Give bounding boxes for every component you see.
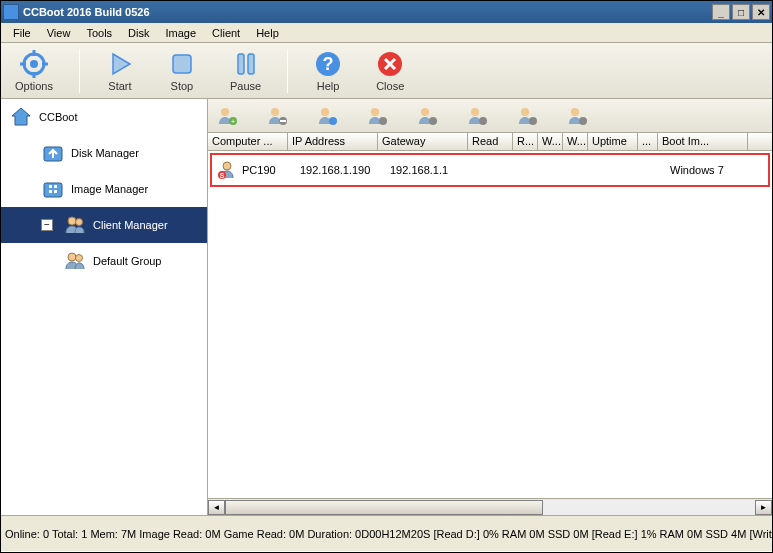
col-dots[interactable]: ... (638, 133, 658, 150)
tree-client-label: Client Manager (93, 219, 168, 231)
tree-default-group[interactable]: Default Group (1, 243, 207, 279)
cell-read (476, 168, 521, 172)
close-window-button[interactable]: ✕ (752, 4, 770, 20)
svg-rect-8 (238, 54, 244, 74)
svg-marker-15 (12, 108, 30, 125)
svg-text:S: S (220, 172, 225, 179)
menu-image[interactable]: Image (157, 25, 204, 41)
svg-point-35 (379, 117, 387, 125)
col-w[interactable]: W... (538, 133, 563, 150)
menu-file[interactable]: File (5, 25, 39, 41)
close-button[interactable]: Close (368, 48, 412, 94)
client-tool-1-icon[interactable]: + (214, 103, 240, 129)
scroll-right-button[interactable]: ► (755, 500, 772, 515)
start-button[interactable]: Start (98, 48, 142, 94)
start-label: Start (108, 80, 131, 92)
svg-rect-19 (54, 185, 57, 188)
help-icon: ? (314, 50, 342, 78)
options-button[interactable]: Options (7, 48, 61, 94)
svg-rect-21 (54, 190, 57, 193)
home-icon (9, 105, 33, 129)
svg-point-36 (421, 108, 429, 116)
col-read[interactable]: Read (468, 133, 513, 150)
client-tool-5-icon[interactable] (414, 103, 440, 129)
window-title: CCBoot 2016 Build 0526 (23, 6, 712, 18)
client-tool-8-icon[interactable] (564, 103, 590, 129)
svg-text:?: ? (323, 54, 334, 74)
svg-point-39 (479, 117, 487, 125)
main-toolbar: Options Start Stop Pause ? (1, 43, 772, 99)
client-tool-4-icon[interactable] (364, 103, 390, 129)
close-icon (376, 50, 404, 78)
status-bar: Online: 0 Total: 1 Mem: 7M Image Read: 0… (1, 515, 772, 551)
client-tool-6-icon[interactable] (464, 103, 490, 129)
svg-point-44 (223, 162, 231, 170)
nav-panel: CCBoot Disk Manager Image Manager − Clie… (1, 99, 208, 515)
scroll-track[interactable] (225, 500, 755, 515)
pause-icon (232, 50, 260, 78)
pause-button[interactable]: Pause (222, 48, 269, 94)
body-split: CCBoot Disk Manager Image Manager − Clie… (1, 99, 772, 515)
table-row[interactable]: S PC190 192.168.1.190 192.168.1.1 Window… (210, 153, 770, 187)
tree-disk-label: Disk Manager (71, 147, 139, 159)
col-ip[interactable]: IP Address (288, 133, 378, 150)
close-label: Close (376, 80, 404, 92)
minimize-button[interactable]: _ (712, 4, 730, 20)
users-icon (63, 213, 87, 237)
menu-disk[interactable]: Disk (120, 25, 157, 41)
col-computer[interactable]: Computer ... (208, 133, 288, 150)
grid-body: S PC190 192.168.1.190 192.168.1.1 Window… (208, 151, 772, 498)
stop-icon (168, 50, 196, 78)
col-gateway[interactable]: Gateway (378, 133, 468, 150)
tree-client-manager[interactable]: − Client Manager (1, 207, 207, 243)
client-tool-2-icon[interactable] (264, 103, 290, 129)
client-tool-3-icon[interactable] (314, 103, 340, 129)
scroll-thumb[interactable] (225, 500, 543, 515)
scroll-left-button[interactable]: ◄ (208, 500, 225, 515)
help-button[interactable]: ? Help (306, 48, 350, 94)
menu-view[interactable]: View (39, 25, 79, 41)
client-toolbar: + (208, 99, 772, 133)
tree-disk-manager[interactable]: Disk Manager (1, 135, 207, 171)
image-icon (41, 177, 65, 201)
svg-rect-7 (173, 55, 191, 73)
svg-point-42 (571, 108, 579, 116)
cell-uptime (596, 168, 646, 172)
svg-point-32 (321, 108, 329, 116)
menu-client[interactable]: Client (204, 25, 248, 41)
svg-point-33 (329, 117, 337, 125)
menu-tools[interactable]: Tools (78, 25, 120, 41)
cell-gateway: 192.168.1.1 (386, 162, 476, 178)
cell-computer: PC190 (238, 162, 296, 178)
col-uptime[interactable]: Uptime (588, 133, 638, 150)
toolbar-separator (287, 49, 288, 93)
svg-rect-18 (49, 185, 52, 188)
tree-root-ccboot[interactable]: CCBoot (1, 99, 207, 135)
svg-rect-20 (49, 190, 52, 193)
client-panel: + Computer ... IP Address Gateway Read R… (208, 99, 772, 515)
svg-point-22 (68, 217, 76, 225)
horizontal-scrollbar[interactable]: ◄ ► (208, 498, 772, 515)
col-r[interactable]: R... (513, 133, 538, 150)
help-label: Help (317, 80, 340, 92)
col-boot[interactable]: Boot Im... (658, 133, 748, 150)
svg-marker-6 (113, 54, 130, 74)
client-tool-7-icon[interactable] (514, 103, 540, 129)
maximize-button[interactable]: □ (732, 4, 750, 20)
menu-help[interactable]: Help (248, 25, 287, 41)
status-text: Online: 0 Total: 1 Mem: 7M Image Read: 0… (5, 528, 772, 540)
col-w2[interactable]: W... (563, 133, 588, 150)
svg-rect-9 (248, 54, 254, 74)
svg-point-34 (371, 108, 379, 116)
svg-rect-17 (44, 183, 62, 197)
tree-image-manager[interactable]: Image Manager (1, 171, 207, 207)
play-icon (106, 50, 134, 78)
stop-button[interactable]: Stop (160, 48, 204, 94)
tree-image-label: Image Manager (71, 183, 148, 195)
svg-point-25 (76, 255, 83, 262)
collapse-icon[interactable]: − (41, 219, 53, 231)
svg-point-38 (471, 108, 479, 116)
svg-text:+: + (231, 117, 236, 126)
tree-root-label: CCBoot (39, 111, 78, 123)
title-bar: CCBoot 2016 Build 0526 _ □ ✕ (1, 1, 772, 23)
